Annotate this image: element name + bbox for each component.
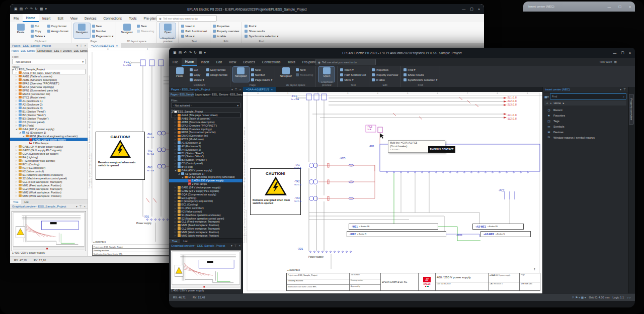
tree-item[interactable]: ▷EMA3 (Connection list)	[169, 134, 243, 138]
preview-panel-header[interactable]: Graphical preview - ESS_Sample_Project ▾…	[10, 204, 88, 209]
tree-item[interactable]: ◢GAA (400 V power supply)	[10, 127, 88, 131]
tree-item[interactable]: ▷S1 (Machine operation enclosure)	[169, 213, 243, 217]
title-bar[interactable]: ▣▤↶↷↻▦▾ EPLAN Electric P8 2023 - E:\EPLA…	[169, 48, 635, 58]
tree-item[interactable]: ▷MM3 (Work workpiece: Position)	[169, 234, 243, 237]
insert-center-item-recent[interactable]: ◷Recent	[543, 107, 628, 113]
new-button[interactable]: New	[296, 67, 313, 72]
tree-item[interactable]: 1 400 / 230 V power supply	[169, 179, 243, 182]
tree-item[interactable]: 2 Pilot lamps	[10, 141, 88, 145]
tree-item[interactable]: ▷A4 (Enclosure 3)	[10, 106, 88, 110]
schematic-canvas-front[interactable]: 0123456789 Protected by copyright. Passi…	[243, 92, 542, 293]
close-icon[interactable]: ×	[271, 88, 273, 91]
expand-arrow-icon[interactable]: ▷	[15, 194, 18, 197]
ribbon-tab-connections[interactable]: Connections	[259, 58, 284, 66]
pages-panel-header[interactable]: Pages - ESS_Sample_Project ▾⊤×	[169, 87, 243, 92]
expand-arrow-icon[interactable]: ▷	[15, 92, 18, 95]
number-button[interactable]: Number	[92, 29, 114, 33]
tree-item[interactable]: ▷B1 (Station "Feed")	[169, 151, 243, 155]
expand-arrow-icon[interactable]: ▷	[15, 184, 18, 186]
expand-arrow-icon[interactable]: ▷	[174, 200, 177, 202]
add-icon[interactable]: +	[550, 101, 551, 104]
panel-header-icons[interactable]: ▾⊤×	[231, 244, 240, 247]
tree-item[interactable]: ▷K1 (PLC controller)	[169, 206, 243, 210]
tree-item[interactable]: ▷B2 (Station "Work")	[10, 113, 88, 117]
properties-button[interactable]: Properties	[372, 67, 398, 72]
tree-item[interactable]: ▷GL1 (Feed workpiece: Transport)	[10, 180, 88, 183]
filter-dropdown[interactable]: - Not activated -▾	[12, 59, 86, 64]
number-button[interactable]: Number	[251, 72, 273, 77]
tree-item[interactable]: ▷GL2 (Work workpiece: Transport)	[10, 187, 88, 190]
tree-item[interactable]: ▷EC1 (Cooling)	[10, 162, 88, 166]
tree-item[interactable]: ▷MM2 (Work workpiece: Position)	[10, 190, 88, 194]
expand-arrow-icon[interactable]: ▷	[15, 166, 18, 169]
panel-header-icons[interactable]: ▾⊤×	[76, 205, 86, 208]
copy-button[interactable]: Copy	[31, 29, 45, 33]
tree-item[interactable]: ▷B4 (Field)	[10, 124, 88, 127]
dock-tab-0[interactable]: Pages - ESS_Sample_P...	[169, 92, 194, 97]
tree-item[interactable]: ▷K2 (Valve control)	[10, 169, 88, 173]
qat-icon[interactable]: ↻	[194, 51, 197, 55]
expand-arrow-icon[interactable]: ▷	[15, 163, 18, 165]
tree-item[interactable]: ▷B3 (Station "Provide")	[10, 117, 88, 120]
expand-arrow-icon[interactable]: ▷	[174, 128, 177, 130]
qat-icon[interactable]: ▾	[204, 51, 206, 55]
insert-center-item-window-macros-symbol-macros[interactable]: ⧉Window macros / symbol macros	[543, 135, 628, 140]
tree-item[interactable]: ▷MM1 (Feed workpiece: Position)	[169, 224, 243, 227]
expand-arrow-icon[interactable]: ▷	[174, 224, 177, 227]
dock-tab-1[interactable]: Layout space - ESS_Sa...	[194, 92, 218, 97]
insert-center-header[interactable]: Insert center (NEC) ▾⊤	[543, 87, 628, 92]
quick-access-toolbar[interactable]: ▣▤↶↷↻▦▾	[169, 51, 206, 55]
close-button[interactable]: ×	[629, 51, 631, 55]
expand-arrow-icon[interactable]: ▷	[15, 191, 18, 193]
copy-format-button[interactable]: Copy format	[206, 67, 227, 72]
expand-arrow-icon[interactable]: ◢	[174, 169, 177, 171]
tree-item[interactable]: ▷EC1 (Cooling)	[169, 203, 243, 206]
path-function-text-button[interactable]: Path function text	[181, 29, 207, 33]
dock-tab-2[interactable]: Devices - ESS_Sample_...	[218, 92, 243, 97]
qat-icon[interactable]: ↶	[184, 51, 187, 55]
assign-format-button[interactable]: Assign format	[206, 72, 227, 77]
tree-item[interactable]: ▷GAB1 (24 V device power supply)	[169, 186, 243, 189]
insert-center-item-devices[interactable]: ⊞Devices	[543, 129, 628, 135]
tree-item[interactable]: ▷B4 (Field)	[169, 165, 243, 169]
tree-item[interactable]: ▷S1 (Machine operation enclosure)	[10, 173, 88, 176]
expand-arrow-icon[interactable]: ▷	[174, 210, 177, 213]
ribbon-tab-insert[interactable]: Insert	[39, 14, 54, 22]
tree-item[interactable]: ▷EMA3 (Connection list)	[10, 92, 88, 95]
expand-arrow-icon[interactable]: ▷	[174, 145, 177, 147]
tree-item[interactable]: ▷F (Emergency stop control)	[169, 199, 243, 203]
qat-icon[interactable]: ↷	[30, 7, 33, 11]
qat-icon[interactable]: ▣	[14, 7, 18, 11]
tree-item[interactable]: ▷C2 (Control panel)	[169, 162, 243, 165]
tree-item[interactable]: ▷GQA (Compressed air supply)	[169, 192, 243, 196]
expand-arrow-icon[interactable]: ▷	[15, 173, 18, 176]
tree-item[interactable]: ▷B2 (Station "Work")	[169, 155, 243, 158]
path-function-text-button[interactable]: Path function text	[340, 72, 366, 77]
tree-item[interactable]: ▷A2 (Enclosure 2)	[10, 102, 88, 106]
navigator-button[interactable]: Navigator	[278, 67, 294, 82]
cut-button[interactable]: Cut	[31, 24, 45, 28]
expand-arrow-icon[interactable]: ▷	[15, 170, 18, 172]
tree-item[interactable]: ▷A4 (Enclosure 3)	[169, 148, 243, 151]
expand-arrow-icon[interactable]: ▷	[174, 221, 177, 223]
tree-item[interactable]: ▷GL2 (Work workpiece: Transport)	[169, 227, 243, 231]
home-icon[interactable]: ⌂	[546, 101, 548, 104]
document-tab-strip[interactable]: =GAA+A1&EFS1/1 ×	[88, 43, 484, 48]
expand-arrow-icon[interactable]: ▷	[15, 180, 18, 183]
expand-arrow-icon[interactable]: ▷	[15, 78, 18, 81]
document-tab[interactable]: =GAA+A1&EFS1/1 ×	[243, 87, 276, 92]
tree-item[interactable]: ▷C2 (Control panel)	[10, 120, 88, 124]
expand-arrow-icon[interactable]: ▷	[174, 214, 177, 216]
ribbon-tab-edit[interactable]: Edit	[54, 14, 66, 22]
measuring-button[interactable]: Measuring	[296, 72, 313, 77]
expand-arrow-icon[interactable]: ▷	[15, 121, 18, 123]
tree-item[interactable]: ▷ETC1 (Model view)	[169, 138, 243, 141]
new-button[interactable]: New	[137, 24, 154, 28]
expand-arrow-icon[interactable]: ▷	[15, 149, 18, 151]
tree-item[interactable]: ▷EFA4 (Overview topology)	[10, 85, 88, 88]
in-table-button[interactable]: In table	[213, 34, 239, 38]
tree-item[interactable]: ▷EFN1 (Summarized parts list)	[10, 88, 88, 92]
tree-item[interactable]: ▷EFA4 (Overview topology)	[169, 127, 243, 131]
insert-button[interactable]: Insert ▾	[181, 24, 207, 28]
tree-item[interactable]: ▷GAB2 (24 V supply PLC signals)	[169, 189, 243, 192]
